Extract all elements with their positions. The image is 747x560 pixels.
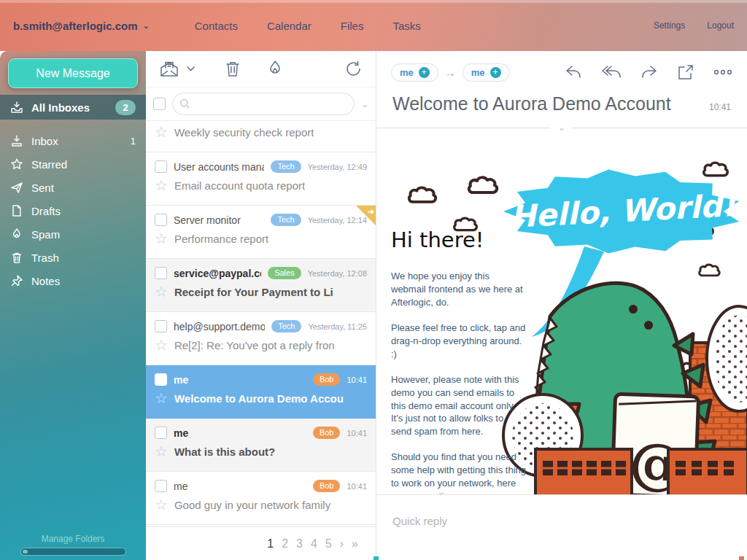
body-paragraph: We hope you enjoy this webmail frontend … [391, 270, 527, 309]
nav-files[interactable]: Files [341, 20, 364, 32]
chevron-down-icon[interactable] [187, 66, 195, 71]
add-contact-icon[interactable]: + [490, 67, 501, 78]
send-icon [10, 181, 23, 194]
message-row[interactable]: help@support.demo Tech Yesterday, 11:25 … [146, 312, 376, 365]
star-icon[interactable]: ☆ [155, 444, 168, 459]
row-checkbox[interactable] [155, 480, 167, 492]
sidebar-item-sent[interactable]: Sent [0, 176, 146, 199]
reply-icon[interactable] [565, 64, 582, 80]
subject: Email account quota report [174, 179, 305, 192]
page-last-icon[interactable]: » [352, 537, 358, 551]
sidebar-item-trash[interactable]: Trash [0, 246, 146, 269]
folder-label: All Inboxes [31, 101, 90, 114]
sidebar-scrollbar[interactable] [20, 548, 126, 556]
from-chip[interactable]: me + [391, 63, 438, 82]
search-input[interactable] [195, 98, 347, 109]
message-body: Hello, World! [376, 128, 747, 494]
flame-icon [10, 228, 23, 241]
body-paragraph: However, please note with this demo you … [391, 373, 527, 439]
message-row[interactable]: User accounts manag Tech Yesterday, 12:4… [146, 152, 376, 206]
page-next-icon[interactable]: › [340, 537, 344, 551]
open-in-new-icon[interactable] [678, 64, 694, 80]
sender: me [174, 481, 306, 492]
page-3[interactable]: 3 [296, 537, 303, 551]
select-all-checkbox[interactable] [153, 98, 166, 110]
mark-read-icon[interactable] [159, 60, 179, 79]
search-options-chevron-icon[interactable]: ⌄ [361, 99, 368, 109]
star-icon[interactable]: ☆ [155, 284, 168, 299]
label-badge: Bob [313, 373, 341, 386]
forward-icon[interactable] [640, 64, 658, 80]
reply-all-icon[interactable] [602, 64, 621, 80]
sender: me [174, 427, 306, 439]
folder-list: All Inboxes 2 Inbox 1 Starred Sent Draft… [0, 95, 146, 292]
settings-link[interactable]: Settings [654, 20, 685, 31]
pane-resize-handle[interactable] [374, 556, 379, 560]
subject: Receipt for Your Payment to Li [174, 286, 333, 298]
body-heading: Hi there! [391, 228, 527, 252]
forwarded-flag-icon: ➜ [356, 206, 376, 225]
label-badge: Tech [271, 160, 301, 173]
sidebar-item-notes[interactable]: Notes [0, 269, 146, 292]
row-checkbox[interactable] [155, 320, 167, 332]
unread-count: 1 [131, 136, 136, 147]
pane-resize-handle[interactable] [739, 556, 744, 560]
sender: Server monitor [174, 214, 264, 226]
logout-link[interactable]: Logout [707, 20, 734, 31]
sender: help@support.demo [174, 321, 265, 332]
message-row-selected[interactable]: me Bob 10:41 ☆ Welcome to Aurora Demo Ac… [146, 365, 376, 419]
body-paragraph: Please feel free to click, tap and drag-… [391, 322, 527, 361]
sidebar-item-inbox[interactable]: Inbox 1 [0, 129, 146, 152]
nav-tasks[interactable]: Tasks [392, 20, 420, 32]
folder-label: Spam [31, 228, 60, 241]
reading-pane: me + → me + Welcome to Aurora Demo Accou… [376, 51, 747, 560]
subject: Good guy in your network family [174, 499, 330, 511]
trash-icon[interactable] [224, 60, 241, 78]
star-icon[interactable]: ☆ [155, 338, 168, 352]
message-row[interactable]: Tech ☆ Weekly security check report [146, 121, 376, 152]
sidebar-item-all-inboxes[interactable]: All Inboxes 2 [0, 95, 146, 120]
refresh-icon[interactable] [344, 60, 363, 78]
subject: Weekly security check report [174, 126, 314, 139]
account-menu[interactable]: b.smith@afterlogic.com ⌄ [13, 20, 150, 32]
message-row[interactable]: me Bob 10:41 ☆ What is this about? [146, 419, 376, 472]
message-time: 10:41 [347, 376, 367, 384]
top-right-links: Settings Logout [654, 20, 734, 31]
nav-calendar[interactable]: Calendar [267, 20, 311, 32]
sidebar-item-drafts[interactable]: Drafts [0, 199, 146, 222]
row-checkbox[interactable] [155, 427, 167, 439]
sidebar-item-starred[interactable]: Starred [0, 152, 146, 176]
message-row[interactable]: me Bob 10:41 ☆ Good guy in your network … [146, 472, 376, 525]
add-contact-icon[interactable]: + [419, 67, 430, 78]
trash-icon [10, 251, 23, 264]
subject: What is this about? [174, 446, 275, 458]
star-icon[interactable]: ☆ [155, 391, 168, 405]
page-4[interactable]: 4 [311, 537, 317, 551]
page-1[interactable]: 1 [267, 537, 274, 551]
spam-flame-icon[interactable] [266, 60, 284, 79]
page-5[interactable]: 5 [325, 537, 332, 551]
row-checkbox[interactable] [155, 160, 167, 173]
star-icon[interactable]: ☆ [155, 231, 168, 246]
to-chip[interactable]: me + [462, 63, 510, 82]
quick-reply-input[interactable]: Quick reply [376, 494, 747, 560]
unread-count-badge: 2 [115, 100, 136, 115]
page-2[interactable]: 2 [282, 537, 288, 551]
row-checkbox[interactable] [155, 373, 167, 386]
sidebar-item-spam[interactable]: Spam [0, 222, 146, 246]
nav-contacts[interactable]: Contacts [195, 20, 238, 32]
message-time: 10:41 [347, 482, 367, 491]
star-icon[interactable]: ☆ [155, 178, 168, 192]
pagination: 1 2 3 4 5 › » [146, 526, 376, 560]
manage-folders-link[interactable]: Manage Folders [0, 534, 146, 544]
message-row[interactable]: service@paypal.co Sales Yesterday, 12:08… [146, 259, 376, 312]
from-name: me [400, 67, 414, 78]
message-time: Yesterday, 12:08 [308, 269, 367, 278]
more-options-icon[interactable] [713, 69, 732, 75]
star-icon[interactable]: ☆ [155, 497, 168, 512]
new-message-button[interactable]: New Message [8, 58, 138, 88]
row-checkbox[interactable] [155, 214, 167, 226]
row-checkbox[interactable] [155, 267, 167, 279]
star-icon[interactable]: ☆ [155, 125, 168, 139]
message-row[interactable]: ➜ Server monitor Tech Yesterday, 12:14 ☆… [146, 206, 376, 259]
